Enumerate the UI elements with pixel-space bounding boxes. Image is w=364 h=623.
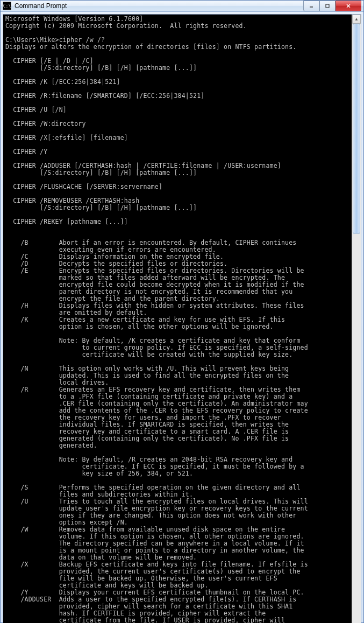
- window-title: Command Prompt: [15, 2, 303, 10]
- content-frame: Microsoft Windows [Version 6.1.7600] Cop…: [3, 14, 361, 623]
- minimize-button[interactable]: [303, 1, 319, 11]
- close-button[interactable]: [336, 1, 361, 11]
- maximize-button[interactable]: [319, 1, 336, 11]
- window-controls: [303, 1, 361, 11]
- app-icon: C:\: [3, 2, 11, 10]
- scroll-up-button[interactable]: ▲: [352, 15, 361, 24]
- vertical-scrollbar[interactable]: ▲ ▼: [352, 15, 361, 623]
- scroll-track[interactable]: [352, 24, 361, 623]
- titlebar[interactable]: C:\ Command Prompt: [1, 1, 363, 12]
- terminal-output[interactable]: Microsoft Windows [Version 6.1.7600] Cop…: [3, 15, 352, 623]
- svg-rect-1: [326, 4, 329, 8]
- command-prompt-window: C:\ Command Prompt Microsoft Windows [Ve…: [0, 0, 364, 623]
- scroll-thumb[interactable]: [353, 24, 360, 233]
